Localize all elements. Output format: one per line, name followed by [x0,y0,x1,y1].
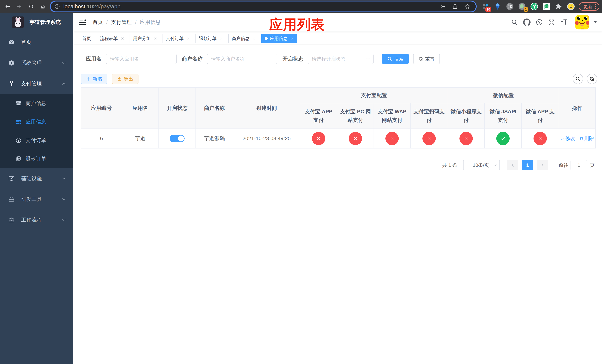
col-header-wx-lite[interactable]: 微信小程序支付 [448,103,484,129]
col-header-alipay-qr[interactable]: 支付宝扫码支付 [410,103,448,129]
sidebar-item-home[interactable]: 首页 [0,32,73,53]
col-header-app-name[interactable]: 应用名 [122,87,159,129]
notification-badge: 1 [524,7,528,12]
sidebar-item-payment[interactable]: ¥ 支付管理 [0,73,73,94]
url-text[interactable]: localhost:1024/pay/app [63,3,440,10]
sidebar-item-app-info[interactable]: 应用信息 [0,113,73,131]
sidebar-toggle-button[interactable] [73,13,90,32]
tag-user-group[interactable]: 用户分组 [129,34,160,43]
site-info-icon[interactable] [54,4,60,9]
tag-close-icon[interactable] [252,37,256,40]
tag-close-icon[interactable] [219,37,223,40]
profile-avatar-icon[interactable] [567,2,575,11]
extension-gem-icon[interactable] [493,2,502,11]
merchant-name-input[interactable] [207,54,277,64]
col-header-alipay-pc[interactable]: 支付宝 PC 网站支付 [337,103,374,129]
status-alipay-wap [386,132,399,145]
browser-reload-button[interactable] [26,1,36,12]
x-icon [463,136,469,141]
sidebar-item-refund-orders[interactable]: 退款订单 [0,150,73,168]
fullscreen-button[interactable] [545,19,558,26]
extension-command-icon[interactable] [505,2,514,11]
page-size-select[interactable]: 10条/页 [463,160,500,170]
puzzle-icon [555,3,562,10]
browser-forward-button[interactable] [14,1,24,12]
tag-app-info[interactable]: 应用信息 [261,34,297,43]
goto-page-input[interactable] [570,160,587,170]
sidebar-item-label: 工作流程 [21,216,62,224]
extension-y-icon[interactable] [530,2,539,11]
prev-page-button[interactable] [507,160,518,170]
col-header-alipay-app[interactable]: 支付宝 APP 支付 [300,103,337,129]
page-number-button[interactable]: 1 [522,160,533,170]
col-header-merchant[interactable]: 商户名称 [196,87,233,129]
reset-button[interactable]: 重置 [413,54,440,64]
font-size-button[interactable] [558,19,570,26]
breadcrumb-home[interactable]: 首页 [93,19,103,26]
help-button[interactable] [533,19,545,26]
sidebar-item-system[interactable]: 系统管理 [0,53,73,73]
tag-process-form[interactable]: 流程表单 [97,34,127,43]
sidebar-item-label: 研发工具 [21,196,62,203]
add-button[interactable]: 新增 [81,74,107,84]
y-logo-icon [530,2,538,11]
password-key-icon[interactable] [440,3,446,10]
sidebar-logo[interactable]: 芋道管理系统 [0,13,73,32]
export-button[interactable]: 导出 [112,74,139,84]
extension-tiles-icon[interactable]: 10 [481,2,490,11]
delete-link[interactable]: 删除 [580,135,594,142]
status-toggle[interactable] [170,135,184,142]
breadcrumb-separator: / [135,19,137,25]
tag-pay-orders[interactable]: 支付订单 [162,34,193,43]
cell-alipay-qr [410,129,448,148]
tag-merchant-info[interactable]: 商户信息 [228,34,259,43]
sidebar-item-dev-tools[interactable]: 研发工具 [0,189,73,210]
page-size-value: 10条/页 [469,162,493,169]
edit-link-label: 修改 [565,135,575,142]
status-select[interactable]: 请选择开启状态 [308,54,374,64]
browser-home-button[interactable] [38,1,48,12]
sidebar-item-pay-orders[interactable]: 支付订单 [0,131,73,150]
extensions-puzzle-icon[interactable] [554,2,563,11]
browser-back-button[interactable] [2,1,13,12]
refresh-table-button[interactable] [587,74,597,84]
sidebar-item-infra[interactable]: 基础设施 [0,168,73,189]
url-host: localhost [63,3,85,10]
tag-refund-orders[interactable]: 退款订单 [195,34,226,43]
col-header-app-id[interactable]: 应用编号 [81,87,122,129]
cell-wx-jsapi [484,129,521,148]
app-name-input[interactable] [106,54,177,64]
tag-close-icon[interactable] [153,37,157,40]
github-link[interactable] [521,19,533,26]
col-header-created[interactable]: 创建时间 [233,87,300,129]
share-icon[interactable] [452,3,458,10]
cell-wx-lite [448,129,484,148]
browser-menu-kebab-icon[interactable] [595,4,596,9]
col-header-wx-jsapi[interactable]: 微信 JSAPI 支付 [484,103,521,129]
edit-pencil-icon [560,137,565,140]
breadcrumb-payment[interactable]: 支付管理 [111,19,132,26]
tag-close-icon[interactable] [120,37,124,40]
chevron-down-icon [62,61,66,65]
tag-close-icon[interactable] [290,37,294,40]
sidebar-item-merchant-info[interactable]: 商户信息 [0,94,73,113]
bookmark-star-icon[interactable] [464,3,471,10]
browser-update-button[interactable]: 更新 [579,2,599,11]
extension-chat-icon[interactable] [542,2,551,11]
edit-link[interactable]: 修改 [560,135,575,142]
extension-recorder-icon[interactable]: 1 [517,2,527,11]
sidebar-item-workflow[interactable]: 工作流程 [0,210,73,230]
col-header-alipay-wap[interactable]: 支付宝 WAP 网站支付 [374,103,410,129]
col-header-wx-app[interactable]: 微信 APP 支付 [521,103,559,129]
next-page-button[interactable] [537,160,548,170]
user-avatar[interactable] [575,15,597,30]
header-search-button[interactable] [508,19,521,26]
tag-home[interactable]: 首页 [79,34,94,43]
documents-icon [15,156,22,162]
address-bar[interactable]: localhost:1024/pay/app [51,1,476,11]
search-button[interactable]: 搜索 [382,54,409,64]
col-header-status[interactable]: 开启状态 [159,87,196,129]
hide-search-button[interactable] [573,74,583,84]
tag-label: 应用信息 [270,36,288,42]
tag-close-icon[interactable] [186,37,190,40]
